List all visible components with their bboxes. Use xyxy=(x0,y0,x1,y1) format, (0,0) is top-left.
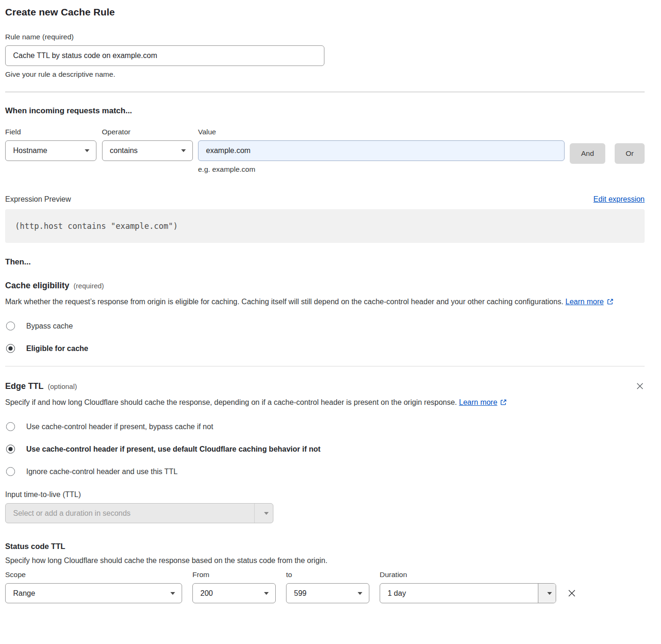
status-code-ttl-title: Status code TTL xyxy=(5,542,645,551)
divider xyxy=(5,92,645,92)
radio-bypass-cache[interactable]: Bypass cache xyxy=(5,322,645,330)
edit-expression-link[interactable]: Edit expression xyxy=(594,195,645,204)
operator-select[interactable]: contains xyxy=(102,140,193,161)
from-select[interactable]: 200 xyxy=(192,583,276,603)
value-input[interactable] xyxy=(198,140,565,161)
cache-eligibility-required-tag: (required) xyxy=(73,282,104,290)
create-cache-rule-page: Create new Cache Rule Rule name (require… xyxy=(0,0,661,644)
rule-name-label: Rule name (required) xyxy=(5,33,645,41)
and-button[interactable]: And xyxy=(570,143,605,164)
radio-label: Ignore cache-control header and use this… xyxy=(26,468,177,476)
from-label: From xyxy=(192,571,276,579)
match-heading: When incoming requests match... xyxy=(5,106,645,116)
edge-ttl-title: Edge TTL xyxy=(5,381,44,391)
external-link-icon xyxy=(500,397,507,410)
edge-ttl-description-text: Specify if and how long Cloudflare shoul… xyxy=(5,398,457,406)
cache-eligibility-description-text: Mark whether the request’s response from… xyxy=(5,298,563,306)
then-heading: Then... xyxy=(5,257,645,267)
chevron-down-icon xyxy=(170,592,175,595)
radio-icon xyxy=(6,422,15,431)
edge-ttl-learn-more-link[interactable]: Learn more xyxy=(459,398,507,406)
chevron-down-icon xyxy=(181,149,186,152)
radio-icon xyxy=(6,467,15,476)
expression-preview-code: (http.host contains "example.com") xyxy=(5,209,645,243)
radio-selected-icon xyxy=(6,344,15,353)
learn-more-label: Learn more xyxy=(566,298,604,306)
duration-select-value: 1 day xyxy=(380,584,538,603)
radio-ignore-cc-use-ttl[interactable]: Ignore cache-control header and use this… xyxy=(5,467,645,476)
duration-select[interactable]: 1 day xyxy=(380,583,556,603)
ttl-duration-placeholder: Select or add a duration in seconds xyxy=(6,504,254,523)
match-row: Field Hostname Operator contains Value e… xyxy=(5,128,645,174)
to-label: to xyxy=(286,571,369,579)
scope-label: Scope xyxy=(5,571,182,579)
close-icon[interactable] xyxy=(635,381,645,391)
radio-eligible-for-cache[interactable]: Eligible for cache xyxy=(5,344,645,353)
radio-cc-bypass-if-not[interactable]: Use cache-control header if present, byp… xyxy=(5,422,645,431)
operator-label: Operator xyxy=(102,128,193,136)
value-helper: e.g. example.com xyxy=(198,165,565,174)
rule-name-helper: Give your rule a descriptive name. xyxy=(5,70,645,79)
radio-selected-icon xyxy=(6,445,15,454)
operator-select-value: contains xyxy=(110,146,138,155)
ttl-input-label: Input time-to-live (TTL) xyxy=(5,490,645,499)
to-select-value: 599 xyxy=(294,589,307,598)
field-select-value: Hostname xyxy=(13,146,47,155)
status-code-ttl-row: Scope Range From 200 to 599 Duration 1 d… xyxy=(5,571,645,603)
radio-label: Use cache-control header if present, byp… xyxy=(26,423,213,431)
chevron-down-icon[interactable] xyxy=(538,584,556,603)
cache-eligibility-description: Mark whether the request’s response from… xyxy=(5,295,632,309)
learn-more-label: Learn more xyxy=(459,398,498,406)
expression-preview-label: Expression Preview xyxy=(5,195,71,204)
to-select[interactable]: 599 xyxy=(286,583,369,603)
chevron-down-icon xyxy=(254,504,273,523)
or-button[interactable]: Or xyxy=(615,143,645,164)
ttl-duration-select: Select or add a duration in seconds xyxy=(5,503,273,523)
cache-eligibility-learn-more-link[interactable]: Learn more xyxy=(566,298,614,306)
radio-label: Eligible for cache xyxy=(26,344,88,353)
duration-label: Duration xyxy=(380,571,556,579)
page-title: Create new Cache Rule xyxy=(5,7,645,18)
chevron-down-icon xyxy=(85,149,89,152)
remove-icon[interactable] xyxy=(566,588,577,599)
cache-eligibility-title: Cache eligibility xyxy=(5,281,69,291)
radio-label: Bypass cache xyxy=(26,322,73,330)
chevron-down-icon xyxy=(358,592,362,595)
rule-name-input[interactable] xyxy=(5,45,324,66)
radio-label: Use cache-control header if present, use… xyxy=(26,445,321,454)
status-code-ttl-description: Specify how long Cloudflare should cache… xyxy=(5,556,645,565)
field-select[interactable]: Hostname xyxy=(5,140,96,161)
scope-select[interactable]: Range xyxy=(5,583,182,603)
edge-ttl-optional-tag: (optional) xyxy=(48,382,77,390)
radio-icon xyxy=(6,322,15,330)
chevron-down-icon xyxy=(264,592,269,595)
radio-cc-default-if-not[interactable]: Use cache-control header if present, use… xyxy=(5,445,645,454)
divider xyxy=(5,366,645,366)
edge-ttl-description: Specify if and how long Cloudflare shoul… xyxy=(5,396,632,410)
from-select-value: 200 xyxy=(200,589,213,598)
scope-select-value: Range xyxy=(13,589,35,598)
field-label: Field xyxy=(5,128,96,136)
value-label: Value xyxy=(198,128,565,136)
external-link-icon xyxy=(607,296,614,309)
